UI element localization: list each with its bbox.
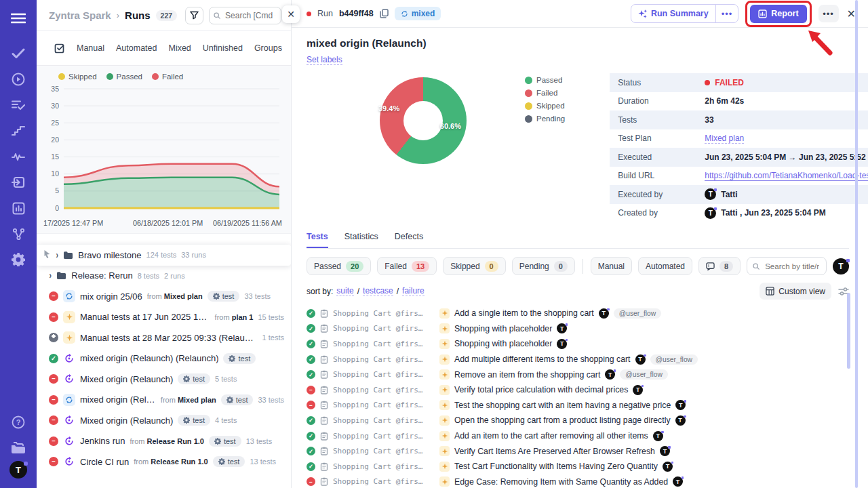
run-plan-link[interactable]: Mixed plan [178, 396, 216, 404]
set-labels-link[interactable]: Set labels [307, 55, 342, 65]
run-plan-link[interactable]: Release Run 1.0 [147, 437, 204, 445]
branch-icon[interactable] [0, 221, 37, 247]
tab-statistics[interactable]: Statistics [344, 232, 378, 248]
sparkle-icon [439, 476, 450, 487]
test-title: Test the shopping cart with an item havi… [454, 401, 671, 410]
test-plan-link[interactable]: Mixed plan [705, 134, 744, 144]
report-bars-icon[interactable] [0, 195, 37, 221]
panel-scrollbar-track[interactable] [855, 0, 858, 488]
tab-unfinished[interactable]: Unfinished [203, 43, 243, 53]
list-check-icon[interactable] [0, 92, 37, 118]
run-row[interactable]: Manual tests at 17 Jun 2025 10:09 from p… [37, 307, 291, 328]
run-row[interactable]: Mixed origin (Relaunch) test 4 tests [37, 410, 291, 431]
testcase-icon [320, 416, 328, 425]
help-icon[interactable]: ? [0, 409, 37, 435]
steps-icon[interactable] [0, 118, 37, 144]
passed-status-icon [307, 462, 315, 471]
projects-folder-icon[interactable] [0, 435, 37, 461]
run-summary-more-icon[interactable]: ••• [715, 5, 738, 22]
failed-status-icon [49, 291, 58, 301]
test-row[interactable]: Shopping Cart @firs…Test the shopping ca… [307, 398, 849, 413]
tab-manual[interactable]: Manual [77, 43, 104, 53]
filter-failed-chip[interactable]: Failed13 [377, 257, 437, 275]
filter-button[interactable] [185, 7, 203, 24]
run-group-row[interactable]: › Bravo milestone 124 tests 33 runs [37, 245, 291, 266]
sign-in-icon[interactable] [0, 169, 37, 195]
filter-manual-chip[interactable]: Manual [591, 257, 632, 275]
run-row[interactable]: Mixed origin (Relaunch) test 5 tests [37, 369, 291, 390]
folder-icon [56, 271, 66, 280]
test-row[interactable]: Shopping Cart @firs…Test Cart Functional… [307, 459, 849, 474]
svg-text:30: 30 [51, 102, 59, 110]
chevron-right-icon[interactable]: › [49, 270, 51, 282]
filter-comments-chip[interactable]: 8 [698, 257, 741, 275]
runs-search-input[interactable] [224, 10, 277, 21]
tab-automated[interactable]: Automated [116, 43, 157, 53]
sort-by-testcase[interactable]: testcase [363, 286, 393, 296]
assignee-avatar[interactable]: T [833, 258, 849, 274]
test-row[interactable]: Shopping Cart @firs…Edge Case: Removing … [307, 474, 849, 488]
tab-groups[interactable]: Groups [254, 43, 282, 53]
sort-by-suite[interactable]: suite [336, 286, 353, 296]
report-button[interactable]: Report [750, 5, 806, 23]
run-group-row[interactable]: › Release: Rerun 8 tests 2 runs [37, 266, 291, 287]
copy-icon[interactable] [380, 9, 389, 18]
tab-defects[interactable]: Defects [395, 232, 423, 248]
breadcrumb-project[interactable]: Zyntra Spark [49, 9, 111, 21]
filter-pending-chip[interactable]: Pending0 [512, 257, 575, 275]
passed-status-icon [307, 370, 315, 379]
tab-tests[interactable]: Tests [307, 232, 328, 248]
test-row[interactable]: Shopping Cart @firs…Add multiple differe… [307, 352, 849, 367]
activity-icon[interactable] [0, 144, 37, 169]
run-plan-link[interactable]: Mixed plan [164, 292, 203, 300]
panel-close-icon[interactable]: ✕ [282, 5, 300, 23]
test-row[interactable]: Shopping Cart @firs…Shopping with placeh… [307, 336, 849, 352]
test-row[interactable]: Shopping Cart @firs…Verify total price c… [307, 382, 849, 398]
gear-icon[interactable] [0, 247, 37, 272]
run-title: mixed origin (Relaunch) [307, 37, 849, 49]
more-actions-icon[interactable]: ••• [818, 5, 839, 22]
run-row[interactable]: mixed origin (Relaunch) from Mixed plan … [37, 390, 291, 411]
sort-by-failure[interactable]: failure [402, 286, 425, 296]
sparkle-icon [439, 354, 450, 365]
run-row[interactable]: Jenkins run from Release Run 1.0 test 13… [37, 431, 291, 452]
runs-search[interactable] [209, 7, 281, 24]
test-row[interactable]: Shopping Cart @firs…Remove an item from … [307, 367, 849, 382]
run-plan-link[interactable]: plan 1 [232, 313, 254, 321]
tests-search[interactable] [747, 257, 827, 275]
run-name: Mixed origin (Relaunch) [80, 374, 173, 384]
test-row[interactable]: Shopping Cart @firs…Verify Cart Items Ar… [307, 443, 849, 459]
svg-text:20: 20 [51, 136, 59, 144]
check-icon[interactable] [0, 41, 37, 66]
user-avatar[interactable]: T [9, 461, 27, 479]
mixed-type-badge[interactable]: mixed [395, 7, 441, 20]
run-summary-button[interactable]: Run Summary [631, 5, 715, 22]
custom-view-button[interactable]: Custom view [760, 283, 831, 300]
test-row[interactable]: Shopping Cart @firs…Add an item to the c… [307, 428, 849, 444]
tests-search-input[interactable] [764, 262, 821, 271]
hamburger-menu-icon[interactable] [0, 5, 37, 31]
run-row[interactable]: Manual tests at 28 Mar 2025 09:33 (Relau… [37, 327, 291, 348]
run-row[interactable]: Circle CI run from Release Run 1.0 test … [37, 451, 291, 472]
svg-text:35: 35 [51, 85, 59, 93]
donut-label-failed: 39.4% [378, 104, 399, 113]
run-row[interactable]: mix origin 25/06 from Mixed plan test 33… [37, 286, 291, 307]
build-url-link[interactable]: https://github.com/TetianaKhomenko/Load-… [705, 171, 868, 181]
filter-skipped-chip[interactable]: Skipped0 [443, 257, 506, 275]
test-row[interactable]: Shopping Cart @firs…Add a single item to… [307, 306, 849, 321]
run-name: Circle CI run [80, 457, 129, 467]
filter-passed-chip[interactable]: Passed20 [307, 257, 371, 275]
legend-pending: Pending [525, 115, 565, 123]
cycle-run-icon [63, 290, 75, 302]
run-row[interactable]: mixed origin (Relaunch) (Relaunch) test [37, 348, 291, 369]
tab-mixed[interactable]: Mixed [168, 43, 191, 53]
play-circle-icon[interactable] [0, 66, 37, 92]
chevron-right-icon[interactable]: › [56, 249, 58, 261]
list-scrollbar-thumb[interactable] [847, 293, 850, 369]
test-row[interactable]: Shopping Cart @firs…Open the shopping ca… [307, 413, 849, 428]
test-row[interactable]: Shopping Cart @firs…Shopping with placeh… [307, 321, 849, 337]
select-runs-icon[interactable] [54, 43, 65, 54]
avatar: T [605, 369, 615, 380]
run-plan-link[interactable]: Release Run 1.0 [151, 458, 208, 466]
filter-automated-chip[interactable]: Automated [638, 257, 692, 275]
